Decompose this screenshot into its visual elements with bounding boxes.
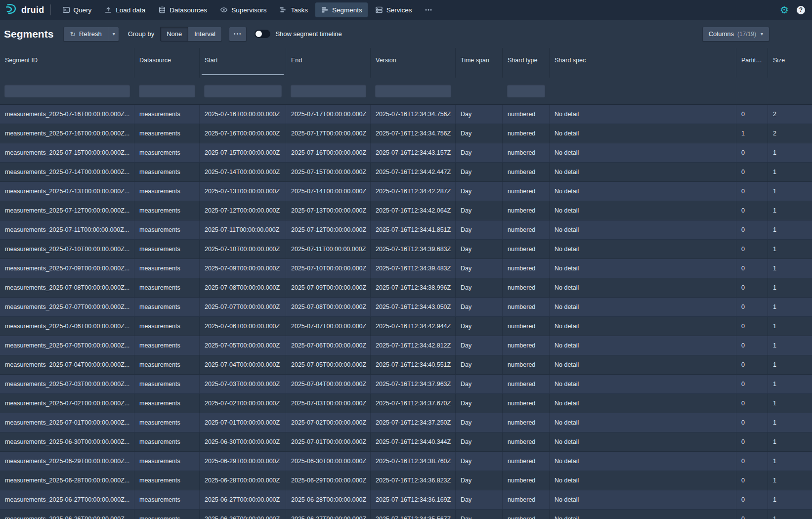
cell-shard-type: numbered <box>503 375 550 393</box>
table-row[interactable]: measurements_2025-07-16T00:00:00.000Z...… <box>0 105 812 124</box>
filter-input-version[interactable] <box>375 85 451 97</box>
cell-time-span: Day <box>456 259 503 278</box>
group-by-option-interval[interactable]: Interval <box>188 27 222 42</box>
table-row[interactable]: measurements_2025-07-05T00:00:00.000Z...… <box>0 336 812 355</box>
table-row[interactable]: measurements_2025-07-16T00:00:00.000Z...… <box>0 124 812 143</box>
column-header-segment-id[interactable]: Segment ID <box>0 48 134 78</box>
more-options-button[interactable]: ••• <box>229 27 247 42</box>
refresh-dropdown-button[interactable]: ▾ <box>108 27 119 42</box>
refresh-icon: ↻ <box>70 30 76 38</box>
filter-input-shard-type[interactable] <box>507 85 545 97</box>
table-row[interactable]: measurements_2025-07-06T00:00:00.000Z...… <box>0 317 812 336</box>
filter-input-end[interactable] <box>291 85 366 97</box>
cell-shard-type: numbered <box>503 336 550 355</box>
cell-partition: 0 <box>736 220 768 239</box>
column-header-partition[interactable]: Partition <box>736 48 768 78</box>
table-row[interactable]: measurements_2025-06-26T00:00:00.000Z...… <box>0 510 812 519</box>
cell-shard-type: numbered <box>503 510 550 519</box>
nav-item-datasources[interactable]: Datasources <box>153 2 213 17</box>
table-row[interactable]: measurements_2025-07-04T00:00:00.000Z...… <box>0 355 812 375</box>
refresh-button[interactable]: ↻ Refresh <box>63 27 108 42</box>
cell-size: 1 <box>768 394 812 413</box>
cell-datasource: measurements <box>134 336 200 355</box>
table-row[interactable]: measurements_2025-07-13T00:00:00.000Z...… <box>0 182 812 201</box>
cell-shard-spec: No detail <box>550 413 736 432</box>
cell-partition: 0 <box>736 201 768 220</box>
table-row[interactable]: measurements_2025-07-15T00:00:00.000Z...… <box>0 143 812 163</box>
cell-shard-type: numbered <box>503 298 550 316</box>
column-header-size[interactable]: Size <box>768 48 812 78</box>
cell-partition: 0 <box>736 432 768 451</box>
table-row[interactable]: measurements_2025-07-03T00:00:00.000Z...… <box>0 375 812 394</box>
table-row[interactable]: measurements_2025-07-07T00:00:00.000Z...… <box>0 298 812 317</box>
cell-segment-id: measurements_2025-07-16T00:00:00.000Z... <box>0 124 134 143</box>
druid-logo-text: druid <box>21 5 44 15</box>
settings-gear-icon[interactable]: ⚙ <box>780 5 789 15</box>
group-by-option-none[interactable]: None <box>160 27 188 42</box>
nav-item-label: Load data <box>116 6 145 14</box>
cell-shard-spec: No detail <box>550 510 736 519</box>
cell-shard-spec: No detail <box>550 375 736 393</box>
cell-partition: 0 <box>736 413 768 432</box>
cell-partition: 0 <box>736 375 768 393</box>
cell-version: 2025-07-16T12:34:36.823Z <box>371 471 456 490</box>
table-row[interactable]: measurements_2025-06-27T00:00:00.000Z...… <box>0 490 812 510</box>
cell-start: 2025-07-07T00:00:00.000Z <box>200 298 286 316</box>
table-row[interactable]: measurements_2025-06-28T00:00:00.000Z...… <box>0 471 812 490</box>
table-row[interactable]: measurements_2025-07-09T00:00:00.000Z...… <box>0 259 812 278</box>
druid-logo[interactable]: druid <box>5 3 44 17</box>
table-row[interactable]: measurements_2025-06-29T00:00:00.000Z...… <box>0 452 812 471</box>
cell-version: 2025-07-16T12:34:42.287Z <box>371 182 456 201</box>
cell-version: 2025-07-16T12:34:34.756Z <box>371 105 456 124</box>
column-header-time-span[interactable]: Time span <box>456 48 503 78</box>
cell-size: 2 <box>768 124 812 143</box>
filter-input-segment-id[interactable] <box>4 85 130 97</box>
cell-version: 2025-07-16T12:34:42.944Z <box>371 317 456 336</box>
column-header-shard-spec[interactable]: Shard spec <box>550 48 736 78</box>
filter-cell-datasource <box>134 78 200 104</box>
cell-segment-id: measurements_2025-07-07T00:00:00.000Z... <box>0 298 134 316</box>
nav-item-tasks[interactable]: Tasks <box>274 2 313 17</box>
table-row[interactable]: measurements_2025-07-11T00:00:00.000Z...… <box>0 220 812 240</box>
cell-time-span: Day <box>456 317 503 336</box>
cell-start: 2025-07-03T00:00:00.000Z <box>200 375 286 393</box>
filter-input-datasource[interactable] <box>139 85 195 97</box>
cell-shard-type: numbered <box>503 220 550 239</box>
druid-logo-icon <box>5 3 17 17</box>
column-header-shard-type[interactable]: Shard type <box>503 48 550 78</box>
nav-item-services[interactable]: Services <box>370 2 418 17</box>
nav-item-more[interactable] <box>419 2 438 17</box>
column-header-datasource[interactable]: Datasource <box>134 48 200 78</box>
cell-segment-id: measurements_2025-06-29T00:00:00.000Z... <box>0 452 134 471</box>
table-row[interactable]: measurements_2025-07-08T00:00:00.000Z...… <box>0 278 812 298</box>
cell-size: 1 <box>768 471 812 490</box>
column-header-start[interactable]: Start <box>200 48 286 78</box>
table-row[interactable]: measurements_2025-07-12T00:00:00.000Z...… <box>0 201 812 220</box>
cell-version: 2025-07-16T12:34:35.567Z <box>371 510 456 519</box>
columns-button[interactable]: Columns (17/19) ▾ <box>702 27 769 42</box>
cell-segment-id: measurements_2025-07-02T00:00:00.000Z... <box>0 394 134 413</box>
nav-item-supervisors[interactable]: Supervisors <box>214 2 272 17</box>
table-row[interactable]: measurements_2025-07-14T00:00:00.000Z...… <box>0 163 812 182</box>
table-row[interactable]: measurements_2025-07-02T00:00:00.000Z...… <box>0 394 812 413</box>
column-header-version[interactable]: Version <box>371 48 456 78</box>
cell-start: 2025-07-01T00:00:00.000Z <box>200 413 286 432</box>
filter-input-start[interactable] <box>204 85 282 97</box>
cell-start: 2025-07-02T00:00:00.000Z <box>200 394 286 413</box>
cell-end: 2025-07-13T00:00:00.000Z <box>286 201 371 220</box>
table-row[interactable]: measurements_2025-06-30T00:00:00.000Z...… <box>0 432 812 452</box>
help-icon[interactable]: ? <box>797 6 805 14</box>
nav-item-query[interactable]: Query <box>57 2 97 17</box>
nav-item-segments[interactable]: Segments <box>315 2 368 17</box>
cell-size: 1 <box>768 375 812 393</box>
table-row[interactable]: measurements_2025-07-01T00:00:00.000Z...… <box>0 413 812 432</box>
table-row[interactable]: measurements_2025-07-10T00:00:00.000Z...… <box>0 240 812 259</box>
cell-partition: 0 <box>736 278 768 297</box>
column-header-end[interactable]: End <box>286 48 371 78</box>
segment-timeline-switch[interactable] <box>255 30 270 38</box>
cell-segment-id: measurements_2025-06-27T00:00:00.000Z... <box>0 490 134 509</box>
cell-end: 2025-07-09T00:00:00.000Z <box>286 278 371 297</box>
cell-start: 2025-07-14T00:00:00.000Z <box>200 163 286 181</box>
cell-version: 2025-07-16T12:34:39.683Z <box>371 240 456 259</box>
nav-item-load-data[interactable]: Load data <box>99 2 151 17</box>
